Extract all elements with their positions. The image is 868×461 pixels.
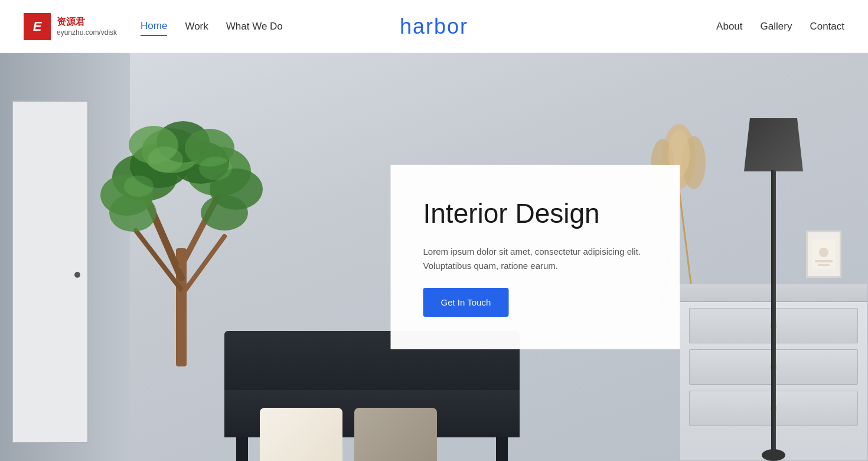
nav-link-what-we-do[interactable]: What We Do xyxy=(226,18,283,35)
sofa-leg-left xyxy=(236,437,248,461)
logo-icon: E xyxy=(24,13,51,40)
svg-point-13 xyxy=(201,195,248,230)
plant-foliage xyxy=(100,59,266,361)
lamp-shade xyxy=(744,118,803,171)
svg-point-28 xyxy=(819,248,828,257)
logo-chinese: 资源君 xyxy=(57,16,117,28)
door-knob xyxy=(74,272,80,278)
logo[interactable]: E 资源君 eyunzhu.com/vdisk xyxy=(24,13,117,40)
svg-point-19 xyxy=(124,176,154,197)
nav-link-contact[interactable]: Contact xyxy=(810,18,844,35)
logo-text-group: 资源君 eyunzhu.com/vdisk xyxy=(57,16,117,37)
sofa xyxy=(224,331,520,461)
nav-links-left: Home Work What We Do xyxy=(141,17,283,36)
wall-frame-inner xyxy=(808,232,840,276)
svg-line-4 xyxy=(181,236,224,296)
hero-section: Interior Design Lorem ipsum dolor sit am… xyxy=(0,53,868,461)
nav-link-home[interactable]: Home xyxy=(141,17,167,36)
nav-link-work[interactable]: Work xyxy=(185,18,208,35)
nav-brand[interactable]: harbor xyxy=(400,14,468,39)
plant-svg xyxy=(100,59,266,366)
hero-card: Interior Design Lorem ipsum dolor sit am… xyxy=(391,165,680,349)
nav-left-group: E 资源君 eyunzhu.com/vdisk Home Work What W… xyxy=(24,13,283,40)
lamp-base xyxy=(762,449,785,461)
lamp-arm xyxy=(771,170,776,460)
door xyxy=(12,100,89,443)
navbar: E 资源君 eyunzhu.com/vdisk Home Work What W… xyxy=(0,0,868,53)
nav-link-about[interactable]: About xyxy=(716,18,742,35)
sofa-leg-right xyxy=(496,437,508,461)
hero-title: Interior Design xyxy=(423,197,648,230)
nav-link-gallery[interactable]: Gallery xyxy=(761,18,792,35)
floor-lamp xyxy=(750,118,797,461)
nav-links-right: About Gallery Contact xyxy=(716,18,844,35)
svg-point-12 xyxy=(109,194,156,232)
pillow-dark xyxy=(354,408,437,461)
svg-rect-30 xyxy=(818,264,830,266)
wall-frame xyxy=(806,230,841,278)
svg-rect-29 xyxy=(815,260,833,262)
svg-point-18 xyxy=(199,157,232,180)
cta-button[interactable]: Get In Touch xyxy=(423,288,509,317)
svg-point-17 xyxy=(148,147,183,173)
brand-title: harbor xyxy=(400,14,468,38)
hero-description: Lorem ipsum dolor sit amet, consectetur … xyxy=(423,245,648,273)
room-background: Interior Design Lorem ipsum dolor sit am… xyxy=(0,53,868,461)
logo-url: eyunzhu.com/vdisk xyxy=(57,28,117,37)
sofa-seat xyxy=(224,390,520,437)
pillow-light xyxy=(260,408,342,461)
